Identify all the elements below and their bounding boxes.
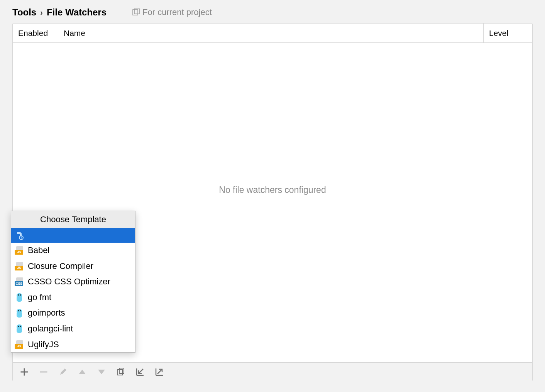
popup-items: ? JSBabel JSClosure Compiler CSSCSSO CSS… (11, 228, 135, 352)
template-item[interactable]: ? (11, 228, 135, 243)
triangle-up-icon (78, 369, 86, 375)
pencil-icon (59, 368, 67, 376)
template-item[interactable]: golangci-lint (11, 321, 135, 337)
js-file-icon: JS (14, 245, 24, 255)
breadcrumb-tools[interactable]: Tools (12, 7, 36, 18)
table-header: Enabled Name Level (13, 24, 532, 43)
template-item[interactable]: JSBabel (11, 243, 135, 259)
copy-icon (117, 368, 125, 376)
choose-template-popup: Choose Template ? JSBabel JSClosure Comp… (11, 211, 135, 353)
move-up-button[interactable] (76, 366, 88, 378)
table-toolbar (13, 362, 532, 381)
css-file-icon: CSS (14, 277, 24, 287)
breadcrumb: Tools › File Watchers For current projec… (2, 2, 543, 23)
plus-icon (20, 368, 29, 376)
empty-table-message: No file watchers configured (219, 184, 326, 195)
scope-label: For current project (132, 7, 212, 17)
template-item-label: Closure Compiler (28, 261, 93, 272)
template-item[interactable]: JSUglifyJS (11, 337, 135, 353)
template-item[interactable]: JSClosure Compiler (11, 259, 135, 274)
js-file-icon: JS (14, 261, 24, 271)
go-gopher-icon (14, 292, 24, 302)
template-item[interactable]: goimports (11, 305, 135, 321)
remove-button[interactable] (37, 366, 50, 378)
add-button[interactable] (18, 366, 30, 378)
template-item[interactable]: go fmt (11, 290, 135, 306)
scope-label-text: For current project (142, 7, 212, 17)
export-icon (155, 367, 164, 377)
custom-template-icon: ? (14, 230, 24, 240)
import-icon (135, 367, 145, 377)
edit-button[interactable] (57, 366, 69, 378)
breadcrumb-section: File Watchers (47, 7, 107, 18)
svg-rect-2 (118, 370, 122, 375)
template-item-label: golangci-lint (28, 323, 73, 335)
go-gopher-icon (14, 308, 24, 318)
column-header-enabled[interactable]: Enabled (13, 24, 58, 42)
column-header-name[interactable]: Name (58, 24, 484, 42)
template-item[interactable]: CSSCSSO CSS Optimizer (11, 274, 135, 290)
project-scope-icon (132, 8, 140, 16)
svg-rect-1 (134, 8, 139, 14)
template-item-label: goimports (28, 308, 65, 319)
js-file-icon: JS (14, 340, 24, 350)
template-item-label: CSSO CSS Optimizer (28, 276, 110, 287)
minus-icon (39, 368, 48, 376)
svg-rect-3 (119, 368, 124, 373)
export-button[interactable] (153, 366, 166, 378)
template-item-label: Babel (28, 245, 49, 256)
chevron-right-icon: › (40, 8, 43, 17)
svg-rect-0 (133, 10, 138, 15)
copy-button[interactable] (115, 366, 127, 378)
move-down-button[interactable] (95, 366, 108, 378)
popup-title: Choose Template (11, 211, 135, 228)
triangle-down-icon (97, 369, 106, 375)
column-header-level[interactable]: Level (484, 24, 532, 42)
template-item-label: UglifyJS (28, 339, 59, 350)
svg-text:?: ? (20, 236, 22, 240)
go-gopher-icon (14, 324, 24, 334)
template-item-label: go fmt (28, 292, 51, 303)
import-button[interactable] (134, 366, 146, 378)
